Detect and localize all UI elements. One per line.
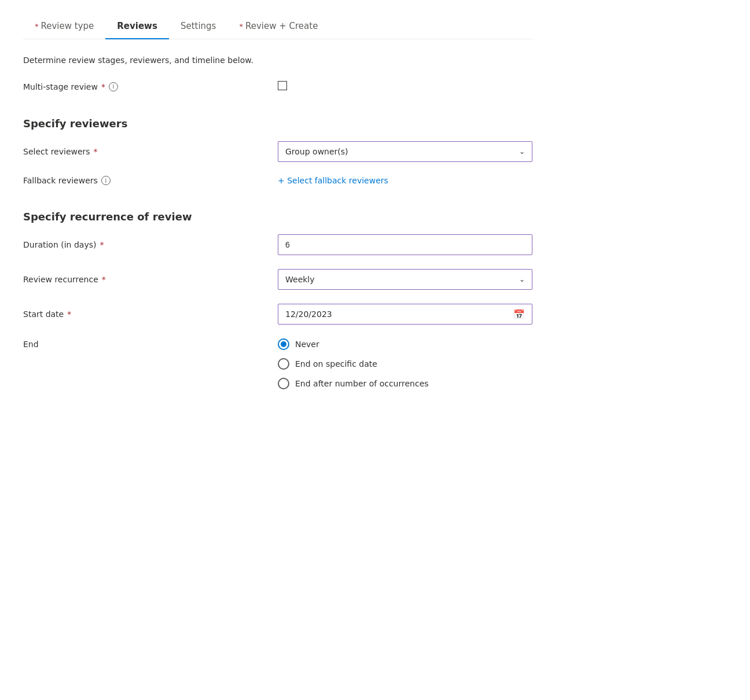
select-fallback-reviewers-link[interactable]: + Select fallback reviewers [278,176,388,185]
start-date-control: 12/20/2023 📅 [278,304,532,325]
end-specific-date-option[interactable]: End on specific date [278,358,532,370]
recurrence-required: * [102,275,106,284]
select-reviewers-label-text: Select reviewers [23,147,90,156]
end-radio-group: Never End on specific date End after num… [278,338,532,389]
multistage-label-text: Multi-stage review [23,82,98,91]
fallback-reviewers-control: + Select fallback reviewers [278,176,532,185]
select-reviewers-label: Select reviewers * [23,147,278,156]
select-reviewers-value: Group owner(s) [285,147,348,156]
duration-input[interactable] [278,234,532,255]
start-date-label-text: Start date [23,310,64,319]
select-reviewers-required: * [94,147,98,156]
duration-control [278,234,532,255]
required-star-review-create: * [239,22,243,31]
duration-label-text: Duration (in days) [23,240,96,249]
end-specific-date-label: End on specific date [295,359,377,369]
end-occurrences-label: End after number of occurrences [295,379,429,388]
tab-review-type-label: Review type [41,21,94,31]
recurrence-chevron-icon: ⌄ [519,275,525,283]
tab-review-create[interactable]: * Review + Create [227,14,329,39]
start-date-label: Start date * [23,310,278,319]
tab-review-create-label: Review + Create [245,21,318,31]
select-reviewers-dropdown[interactable]: Group owner(s) ⌄ [278,141,532,162]
start-date-value: 12/20/2023 [285,310,332,319]
end-control: Never End on specific date End after num… [278,338,532,389]
recurrence-value: Weekly [285,275,315,284]
end-label: End [23,338,278,349]
tab-review-type[interactable]: * Review type [23,14,105,39]
nav-tabs: * Review type Reviews Settings * Review … [23,14,532,39]
select-reviewers-row: Select reviewers * Group owner(s) ⌄ [23,141,532,162]
end-never-radio[interactable] [278,338,289,350]
multistage-checkbox[interactable] [278,81,287,90]
tab-reviews-label: Reviews [117,21,157,31]
end-row: End Never End on specific date End after… [23,338,532,389]
page-description: Determine review stages, reviewers, and … [23,56,532,65]
fallback-reviewers-label-text: Fallback reviewers [23,176,98,185]
select-reviewers-control: Group owner(s) ⌄ [278,141,532,162]
calendar-icon: 📅 [513,309,525,320]
duration-row: Duration (in days) * [23,234,532,255]
multistage-required: * [101,82,105,91]
start-date-required: * [67,310,71,319]
select-reviewers-chevron-icon: ⌄ [519,148,525,156]
end-occurrences-option[interactable]: End after number of occurrences [278,378,532,389]
recurrence-label-text: Review recurrence [23,275,98,284]
fallback-info-icon[interactable]: i [101,176,111,185]
end-never-option[interactable]: Never [278,338,532,350]
multistage-row: Multi-stage review * i [23,81,532,92]
tab-settings[interactable]: Settings [169,14,228,39]
start-date-picker[interactable]: 12/20/2023 📅 [278,304,532,325]
recurrence-dropdown[interactable]: Weekly ⌄ [278,269,532,290]
duration-required: * [100,240,104,249]
recurrence-control: Weekly ⌄ [278,269,532,290]
start-date-row: Start date * 12/20/2023 📅 [23,304,532,325]
tab-reviews[interactable]: Reviews [105,14,169,39]
end-specific-date-radio[interactable] [278,358,289,370]
duration-label: Duration (in days) * [23,240,278,249]
recurrence-label: Review recurrence * [23,275,278,284]
end-never-label: Never [295,340,319,349]
fallback-reviewers-label: Fallback reviewers i [23,176,278,185]
end-occurrences-radio[interactable] [278,378,289,389]
required-star-review-type: * [35,22,39,31]
multistage-control [278,81,532,92]
specify-recurrence-heading: Specify recurrence of review [23,211,532,223]
recurrence-row: Review recurrence * Weekly ⌄ [23,269,532,290]
multistage-label: Multi-stage review * i [23,82,278,91]
tab-settings-label: Settings [181,21,216,31]
multistage-info-icon[interactable]: i [109,82,118,91]
fallback-reviewers-row: Fallback reviewers i + Select fallback r… [23,176,532,185]
specify-reviewers-heading: Specify reviewers [23,117,532,130]
